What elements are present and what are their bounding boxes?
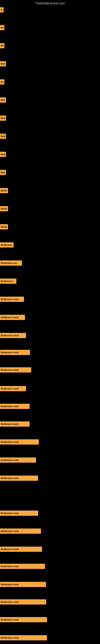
bar-label-7: Bott [0,116,6,121]
bar-row-24: Bottleneck result [0,420,30,428]
bar-label-32: Bottleneck result [0,582,46,587]
bar-row-9: Bott [0,151,6,158]
bar-row-3: Bo [0,42,4,49]
bar-row-20: Bottleneck result [0,349,30,356]
bar-row-15: Bottleneck resu [0,260,22,266]
bar-row-4: Bott [0,60,6,67]
bar-label-23: Bottleneck result [0,404,30,409]
site-title-container: TheBottlenecker.com [0,0,100,6]
bar-row-30: Bottleneck result [0,546,42,553]
bar-label-20: Bottleneck result [0,350,30,355]
bar-label-5: Bo [0,79,4,84]
bar-label-13: Bottle [0,224,8,230]
bar-label-34: Bottleneck result [0,617,47,622]
bar-label-31: Bottleneck result [0,564,45,569]
bars-container: BBoBoBottBoBottBottBottBottBottBottleBot… [0,6,100,642]
bar-row-19: Bottleneck result [0,332,26,339]
bar-row-7: Bott [0,115,6,122]
bar-row-33: Bottleneck result [0,598,46,605]
bar-label-3: Bo [0,43,4,48]
bar-row-8: Bott [0,133,6,140]
bar-label-25: Bottleneck result [0,439,39,444]
bar-label-22: Bottleneck result [0,386,26,391]
bar-label-21: Bottleneck result [0,367,31,372]
site-title: TheBottlenecker.com [35,0,65,6]
bar-row-2: Bo [0,24,4,31]
bar-label-24: Bottleneck result [0,422,30,427]
bar-label-17: Bottleneck result [0,297,24,302]
bar-row-29: Bottleneck result [0,528,41,534]
bar-row-31: Bottleneck result [0,563,45,570]
bar-row-23: Bottleneck result [0,403,30,410]
bar-label-6: Bott [0,98,6,103]
bar-label-19: Bottleneck result [0,333,26,338]
bar-row-28: Bottleneck result [0,510,38,516]
bar-row-17: Bottleneck result [0,296,24,303]
bar-label-12: Bottle [0,206,8,211]
bar-row-5: Bo [0,78,4,85]
bar-label-18: Bottleneck result [0,315,25,320]
bar-label-26: Bottleneck result [0,458,36,463]
bar-label-11: Bottle [0,188,8,193]
bar-row-25: Bottleneck result [0,438,39,445]
bar-label-16: Bottleneck r [0,278,16,284]
bar-label-14: Bottleneck [0,242,14,248]
bar-label-29: Bottleneck result [0,528,41,534]
bar-label-15: Bottleneck resu [0,260,22,266]
bar-row-26: Bottleneck result [0,457,36,464]
bar-label-1: B [0,7,3,12]
bar-row-13: Bottle [0,224,8,230]
bar-row-1: B [0,6,3,13]
bar-row-6: Bott [0,96,6,104]
bar-row-11: Bottle [0,187,8,194]
bar-label-10: Bott [0,170,6,175]
bar-row-22: Bottleneck result [0,385,26,392]
bar-label-33: Bottleneck result [0,599,46,604]
bar-label-35: Bottleneck result [0,635,47,640]
bar-row-34: Bottleneck result [0,616,47,623]
bar-row-18: Bottleneck result [0,314,25,321]
bar-row-32: Bottleneck result [0,581,46,588]
bar-label-4: Bott [0,61,6,66]
bar-label-27: Bottleneck result [0,476,38,481]
bar-row-16: Bottleneck r [0,278,16,284]
bar-row-35: Bottleneck result [0,634,47,641]
bar-label-30: Bottleneck result [0,546,42,552]
bar-label-28: Bottleneck result [0,510,38,516]
bar-label-8: Bott [0,134,6,139]
bar-label-9: Bott [0,152,6,157]
bar-row-10: Bott [0,169,6,176]
bar-row-14: Bottleneck [0,242,14,248]
bar-row-12: Bottle [0,205,8,212]
bar-row-21: Bottleneck result [0,366,31,373]
bar-label-2: Bo [0,25,4,30]
bar-row-27: Bottleneck result [0,475,38,482]
